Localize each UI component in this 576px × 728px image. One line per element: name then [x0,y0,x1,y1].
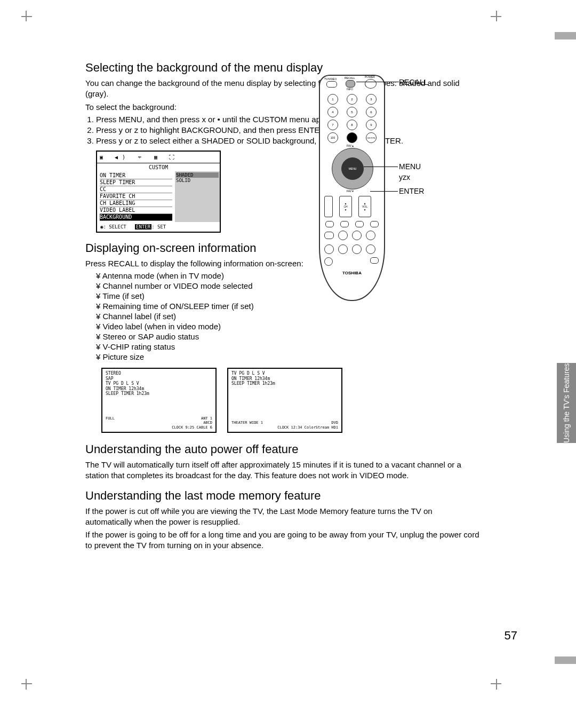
recall-button [346,80,355,88]
cropmark [26,679,27,690]
menu-item: VIDEO LABEL [100,207,172,214]
menu-button: MENU [341,157,364,180]
mute-button [355,221,364,227]
registration-mark [555,656,576,664]
menu-items: ON TIMER SLEEP TIMER CC FAVORITE CH CH L… [97,171,175,222]
menu-footer-set: : SET [151,224,166,230]
menu-item-highlighted: BACKGROUND [100,214,172,221]
screen-b-line: ON TIMER 12h34m [231,376,338,382]
numpad-1: 1 [327,94,338,105]
screen-a-bl: FULL [106,416,115,430]
page: Selecting the background of the menu dis… [0,0,576,728]
osd-item: Picture size [96,352,480,361]
sleep-button [370,221,379,227]
numpad-2: 2 [347,94,357,105]
recall-label: RECALL [345,76,355,80]
bg-step-3: Press y or z to select either a SHADED o… [96,136,480,145]
favdn-label: FAV▼ [347,189,354,193]
power-label: POWER [365,75,375,78]
numpad-6: 6 [366,107,377,117]
osd-item: V-CHIP rating status [96,342,480,351]
rew-button [324,244,334,254]
numpad-0 [347,132,357,143]
mode-rocker [324,196,333,217]
power-button [365,79,377,89]
ff-button [338,244,348,254]
menu-diagram: ▣ ◀) ⫧ ▦ ⛶ CUSTOM ON TIMER SLEEP TIMER C… [96,151,221,233]
registration-mark [555,32,576,39]
callout-menu: MENU [399,162,421,171]
numpad-4: 4 [327,107,338,117]
menu-icon-row: ▣ ◀) ⫧ ▦ ⛶ [97,152,220,163]
heading-background: Selecting the background of the menu dis… [85,61,480,75]
cropmark [496,679,497,690]
pause-button [338,231,348,240]
screen-a-line: STEREO [106,371,212,376]
popdirect-button [325,221,334,227]
sidebar-tab: Using the TV's Features [557,363,576,443]
osd-screen-b: TV PG D L S V ON TIMER 12h34m SLEEP TIME… [227,368,342,433]
screen-a-brm: CLOCK 9:25 CABLE 6 [172,425,212,430]
callout-enter: ENTER [399,187,424,195]
osd-item: Channel number or VIDEO mode selected [96,281,480,290]
menu-option-solid: SOLID [176,178,219,183]
bg-step-2: Press y or z to highlight BACKGROUND, an… [96,125,480,134]
skipf-button [366,244,375,254]
numpad-7: 7 [327,120,338,130]
menu-options: SHADED SOLID [175,171,220,222]
menu-item: ON TIMER [100,172,172,179]
screen-a-line: ON TIMER 12h34m [106,386,212,392]
screen-a-brt: ANT 1 ABCD [201,416,212,425]
osd-item: Channel label (if set) [96,312,480,321]
main-content: Selecting the background of the menu dis… [85,53,480,553]
numpad-3: 3 [366,94,377,105]
osd-item: Remaining time of ON/SLEEP timer (if set… [96,302,480,311]
callout-recall: RECALL [399,78,428,86]
osd-item: Stereo or SAP audio status [96,332,480,341]
heading-lastmode: Understanding the last mode memory featu… [85,489,480,503]
numpad-9: 9 [366,120,377,130]
menu-item: SLEEP TIMER [100,179,172,186]
menu-footer-enter: ENTER [135,224,151,230]
osd-item: Time (if set) [96,291,480,300]
numpad-100: 100 [327,132,338,143]
page-number: 57 [505,629,517,643]
remote-body: TV/VIDEO RECALL POWER INFO 1 2 3 4 5 6 7… [319,75,385,301]
heading-osd: Displaying on-screen information [85,241,480,255]
info-label: INFO [347,88,353,91]
chrtn-button: CH RTN [366,132,377,143]
numpad-5: 5 [347,107,357,117]
callout-line-enter [370,191,398,192]
screen-a-line: SLEEP TIMER 1h23m [106,391,212,397]
screen-b-brt: DVD [331,421,338,425]
vol-rocker: ▲VOL▼ [358,196,371,217]
screen-a-line: TV PG D L S V [106,381,212,386]
osd-screens: STEREO SAP TV PG D L S V ON TIMER 12h34m… [101,368,480,433]
numpad-8: 8 [347,120,357,130]
menu-item: CH LABELING [100,200,172,207]
callout-arrows: yzx [399,173,410,181]
stop-button [352,231,362,240]
autooff-body: The TV will automatically turn itself of… [85,460,480,481]
play-button [366,231,375,240]
bg-intro-2: To select the background: [85,102,480,113]
screen-b-bl: THEATER WIDE 1 [231,421,263,430]
ch-rocker: ▲CH▼ [339,196,352,217]
menu-footer: ◉: SELECT ENTER: SET [97,222,220,232]
chscan-button [324,257,333,266]
menu-footer-select: : SELECT [103,224,126,230]
menu-title: CUSTOM [97,163,220,171]
cropmark [21,16,32,17]
skip-button [352,244,362,254]
cropmark [496,11,497,21]
remote-brand: TOSHIBA [320,271,384,275]
lastmode-p1: If the power is cut off while you are vi… [85,506,480,528]
bg-step-1: Press MENU, and then press x or • until … [96,115,480,124]
menu-option-shaded: SHADED [176,172,219,178]
cropmark [21,683,32,684]
osd-item: Video label (when in video mode) [96,322,480,331]
osd-screen-a: STEREO SAP TV PG D L S V ON TIMER 12h34m… [101,368,217,433]
osd-intro: Press RECALL to display the following in… [85,258,480,269]
heading-autooff: Understanding the auto power off feature [85,442,480,456]
favup-label: FAV▲ [347,144,354,147]
